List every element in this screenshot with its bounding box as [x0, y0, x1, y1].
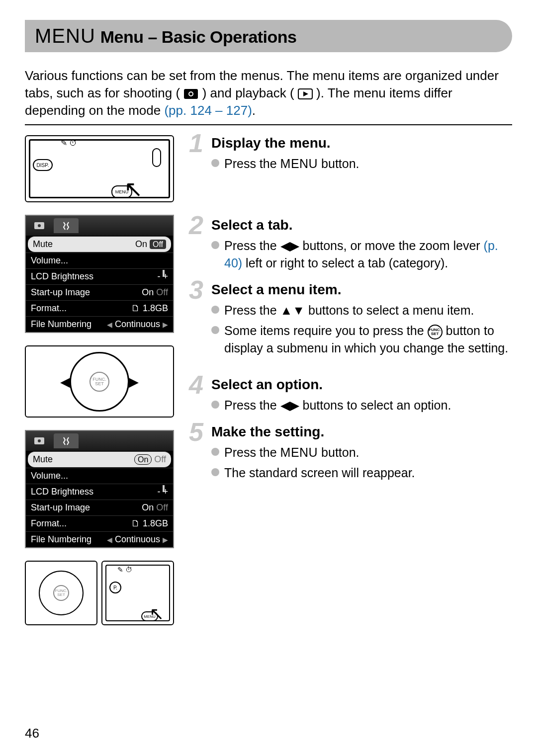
- section-title: MENU Menu – Basic Operations: [25, 20, 512, 52]
- step-detail: Some items require you to press the FUNC…: [211, 322, 512, 357]
- row-value: Continuous: [115, 319, 160, 329]
- menu-row-startup: Start-up ImageOn Off: [26, 284, 173, 300]
- step-4: 4 Select an option. Press the ◀▶ buttons…: [189, 377, 512, 414]
- step-number: 2: [189, 212, 203, 238]
- row-label: File Numbering: [31, 319, 91, 330]
- step-3: 3 Select a menu item. Press the ▲▼ butto…: [189, 282, 512, 357]
- control-wheel-lr: ◀ FUNC. SET ▶: [25, 345, 174, 418]
- row-value: 1.8GB: [143, 518, 168, 528]
- step-detail: Press the ◀▶ buttons to select an option…: [211, 397, 512, 414]
- menu-row-mute: Mute On Off: [28, 451, 171, 467]
- settings-screen-on: Mute On Off Volume... LCD Brightness- + …: [25, 430, 174, 548]
- up-down-arrow-icon: ▲▼: [280, 303, 305, 317]
- row-value-off: Off: [154, 454, 166, 464]
- step-detail: Press the MENU button.: [211, 155, 512, 172]
- row-label: Volume...: [31, 255, 68, 266]
- camera-back-illustration: ✎ ⏱ DISP. MENU ↖: [25, 135, 174, 202]
- step-number: 1: [189, 130, 203, 156]
- left-right-arrow-icon: ◀▶: [280, 239, 299, 252]
- menu-word: MENU: [280, 445, 318, 459]
- row-label: Format...: [31, 518, 67, 529]
- menu-row-volume: Volume...: [26, 252, 173, 268]
- playback-icon: [298, 88, 313, 99]
- svg-marker-4: [303, 91, 308, 96]
- step-number: 3: [189, 277, 203, 303]
- step-number: 5: [189, 419, 203, 445]
- intro-end: .: [252, 103, 256, 118]
- row-label: Start-up Image: [31, 287, 90, 298]
- step-detail: Press the ▲▼ buttons to select a menu it…: [211, 302, 512, 319]
- row-label: File Numbering: [31, 534, 91, 545]
- step-1: 1 Display the menu. Press the MENU butto…: [189, 135, 512, 172]
- menu-row-mute: Mute On Off: [28, 236, 171, 252]
- step-title: Display the menu.: [211, 135, 512, 151]
- menu-word: MENU: [280, 157, 318, 170]
- settings-screen-off: Mute On Off Volume... LCD Brightness- + …: [25, 215, 174, 333]
- row-dim: Off: [156, 287, 168, 297]
- step-title: Select a menu item.: [211, 282, 512, 298]
- menu-row-format: Format...🗋 1.8GB: [26, 300, 173, 316]
- intro-part2: ) and playback (: [202, 85, 294, 100]
- step-title: Select an option.: [211, 377, 512, 393]
- menu-row-lcd: LCD Brightness- +: [26, 484, 173, 500]
- menu-row-volume: Volume...: [26, 468, 173, 484]
- step-detail: Press the ◀▶ buttons, or move the zoom l…: [211, 237, 512, 272]
- tools-tab-icon: [54, 433, 79, 448]
- left-right-arrow-icon: ◀▶: [280, 398, 299, 412]
- title-lead: MENU: [35, 25, 95, 47]
- row-dim: Off: [156, 503, 168, 512]
- row-label: Start-up Image: [31, 503, 90, 513]
- tools-tab-icon: [54, 218, 79, 233]
- menu-row-filenum: File Numbering◀ Continuous ▶: [26, 531, 173, 547]
- double-illustration: FUNC. SET P. ✎ ⏱ MENU ↖: [25, 561, 174, 625]
- title-rest: Menu – Basic Operations: [100, 27, 297, 47]
- row-label: Format...: [31, 303, 67, 314]
- divider: [25, 124, 512, 125]
- illustration-column: ✎ ⏱ DISP. MENU ↖ Mute On Off Volume... L…: [25, 135, 174, 625]
- row-value: 1.8GB: [143, 303, 168, 313]
- menu-row-filenum: File Numbering◀ Continuous ▶: [26, 316, 173, 332]
- row-value: On: [142, 503, 154, 512]
- func-set-button-icon: FUNC. SET: [53, 585, 69, 601]
- row-label: Volume...: [31, 471, 68, 481]
- shooting-tab-icon: [27, 218, 52, 233]
- row-label: Mute: [33, 454, 53, 465]
- step-2: 2 Select a tab. Press the ◀▶ buttons, or…: [189, 217, 512, 272]
- svg-point-2: [189, 92, 192, 95]
- step-title: Select a tab.: [211, 217, 512, 233]
- row-label: LCD Brightness: [31, 271, 93, 282]
- menu-row-format: Format...🗋 1.8GB: [26, 515, 173, 531]
- page-number: 46: [25, 726, 39, 741]
- menu-row-lcd: LCD Brightness- +: [26, 268, 173, 284]
- row-label: Mute: [33, 239, 53, 250]
- menu-row-startup: Start-up ImageOn Off: [26, 500, 173, 515]
- func-set-button-icon: FUNC. SET: [90, 372, 109, 392]
- step-detail: The standard screen will reappear.: [211, 464, 512, 482]
- svg-point-6: [38, 224, 41, 227]
- step-number: 4: [189, 372, 203, 398]
- disp-button-icon: DISP.: [33, 159, 53, 171]
- camera-back-small: P. ✎ ⏱ MENU ↖: [101, 561, 174, 625]
- step-title: Make the setting.: [211, 424, 512, 440]
- row-value-on: On: [135, 239, 147, 249]
- camera-icon: [183, 88, 198, 99]
- steps-column: 1 Display the menu. Press the MENU butto…: [189, 135, 512, 625]
- intro-page-link[interactable]: (pp. 124 – 127): [164, 103, 252, 118]
- row-value: On: [142, 287, 154, 297]
- left-arrow-icon: ◀: [60, 374, 70, 390]
- func-set-inline-icon: FUNC.SET: [428, 325, 443, 339]
- row-label: LCD Brightness: [31, 487, 93, 497]
- step-5: 5 Make the setting. Press the MENU butto…: [189, 424, 512, 482]
- svg-point-8: [38, 439, 41, 442]
- step-detail: Press the MENU button.: [211, 444, 512, 461]
- row-value-on: On: [134, 454, 152, 465]
- shooting-tab-icon: [27, 433, 52, 448]
- intro-text: Various functions can be set from the me…: [25, 67, 512, 119]
- right-arrow-icon: ▶: [129, 374, 139, 390]
- row-value: Continuous: [115, 534, 160, 544]
- row-value-off: Off: [150, 240, 166, 249]
- control-wheel-small: FUNC. SET: [25, 561, 97, 625]
